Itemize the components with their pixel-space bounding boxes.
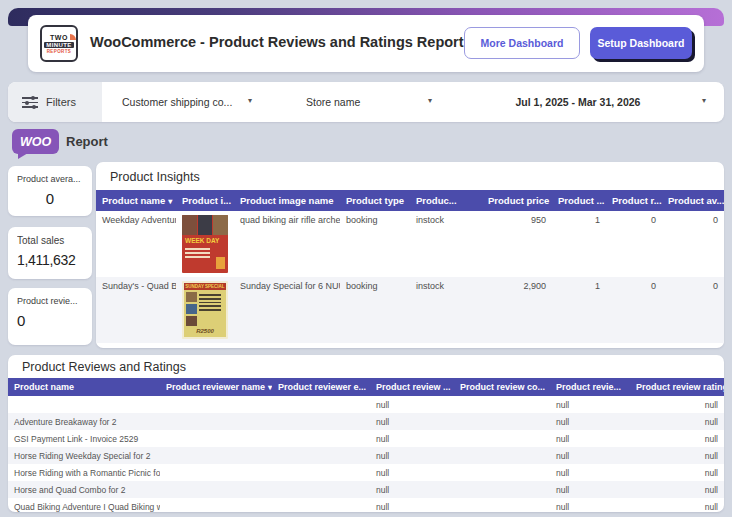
- table-header-row: Product name Product reviewer name▾ Prod…: [8, 378, 724, 396]
- logo-pie-icon: [70, 34, 76, 40]
- review-cell: null: [370, 430, 454, 447]
- date-range-dropdown[interactable]: Jul 1, 2025 - Mar 31, 2026: [478, 96, 678, 108]
- product-price-cell: 950: [482, 211, 552, 277]
- product-insights-table: Product name▾ Product i... Product image…: [96, 190, 724, 343]
- page-title: WooCommerce - Product Reviews and Rating…: [90, 34, 464, 50]
- review-cell: null: [370, 413, 454, 430]
- sort-icon: ▾: [268, 383, 272, 392]
- table-row: Adventure Breakaway for 2 null null null: [8, 413, 724, 430]
- kpi-label: Product revie...: [17, 296, 83, 306]
- review-date-cell: null: [550, 396, 630, 413]
- product-name-cell: Quad Biking Adventure I Quad Biking wit.…: [8, 498, 160, 512]
- product-price-cell: 2,900: [482, 277, 552, 343]
- review-date-cell: null: [550, 464, 630, 481]
- column-header-review-rating[interactable]: Product review rating: [630, 378, 724, 396]
- panel-title: Product Reviews and Ratings: [8, 355, 724, 378]
- column-header-product-image[interactable]: Product i...: [176, 190, 234, 211]
- review-rating-cell: null: [630, 396, 724, 413]
- column-header-reviewer-email[interactable]: Product reviewer e...: [272, 378, 370, 396]
- review-rating-cell: null: [630, 498, 724, 512]
- column-header-product-stock[interactable]: Produc...: [410, 190, 482, 211]
- logo-line-3: REPORTS: [47, 49, 72, 54]
- product-qty-cell: 1: [552, 277, 606, 343]
- review-rating-cell: null: [630, 447, 724, 464]
- review-rating-cell: null: [630, 430, 724, 447]
- column-header-product-name[interactable]: Product name: [8, 378, 160, 396]
- review-cell: null: [370, 396, 454, 413]
- customer-shipping-dropdown[interactable]: Customer shipping co...: [122, 96, 232, 108]
- table-row: Weekday Adventur... WEEK DAY quad biking…: [96, 211, 724, 277]
- review-cell: null: [370, 464, 454, 481]
- product-insights-panel: Product Insights Product name▾ Product i…: [96, 162, 724, 348]
- product-average-cell: 0: [662, 277, 724, 343]
- header-card: TWO MINUTE REPORTS WooCommerce - Product…: [28, 15, 704, 72]
- chevron-down-icon[interactable]: ▾: [248, 96, 252, 105]
- column-header-review[interactable]: Product review ...: [370, 378, 454, 396]
- kpi-value: 0: [17, 190, 83, 207]
- table-row: Horse Riding Weekday Special for 2 null …: [8, 447, 724, 464]
- column-header-review-date[interactable]: Product revie...: [550, 378, 630, 396]
- product-name-cell: Adventure Breakaway for 2: [8, 413, 160, 430]
- filters-button[interactable]: Filters: [8, 82, 102, 122]
- column-header-product-price[interactable]: Product price: [482, 190, 552, 211]
- product-type-cell: booking: [340, 277, 410, 343]
- product-qty-cell: 1: [552, 211, 606, 277]
- table-header-row: Product name▾ Product i... Product image…: [96, 190, 724, 211]
- product-name-cell: Sunday's - Quad Bi...: [96, 277, 176, 343]
- column-header-product-reviews[interactable]: Product r...: [606, 190, 662, 211]
- review-rating-cell: null: [630, 413, 724, 430]
- product-reviews-table: Product name Product reviewer name▾ Prod…: [8, 378, 724, 512]
- poster-text: SUNDAY SPECIAL: [184, 283, 226, 290]
- column-header-product-type[interactable]: Product type: [340, 190, 410, 211]
- filter-bar: Filters Customer shipping co... ▾ Store …: [8, 82, 724, 122]
- table-row: GSI Payment Link - Invoice 2529 null nul…: [8, 430, 724, 447]
- column-header-product-qty[interactable]: Product ...: [552, 190, 606, 211]
- product-type-cell: booking: [340, 211, 410, 277]
- product-image-cell: SUNDAY SPECIAL R2500: [176, 277, 234, 343]
- product-image-name-cell: quad biking air rifle archery ...: [234, 211, 340, 277]
- product-name-cell: Weekday Adventur...: [96, 211, 176, 277]
- product-reviews-cell: 0: [606, 277, 662, 343]
- column-header-reviewer-name[interactable]: Product reviewer name▾: [160, 378, 272, 396]
- kpi-label: Product avera...: [17, 174, 83, 184]
- column-header-product-image-name[interactable]: Product image name: [234, 190, 340, 211]
- column-header-product-average[interactable]: Product av...: [662, 190, 724, 211]
- panel-title: Product Insights: [96, 162, 724, 190]
- product-thumbnail-image: WEEK DAY: [182, 215, 228, 273]
- product-average-cell: 0: [662, 211, 724, 277]
- table-row: null null null: [8, 396, 724, 413]
- product-name-cell: Horse and Quad Combo for 2: [8, 481, 160, 498]
- product-stock-cell: instock: [410, 277, 482, 343]
- product-thumbnail-image: SUNDAY SPECIAL R2500: [182, 281, 228, 339]
- report-label: Report: [66, 134, 108, 149]
- review-rating-cell: null: [630, 464, 724, 481]
- product-name-cell: Horse Riding with a Romantic Picnic for …: [8, 464, 160, 481]
- table-row: Sunday's - Quad Bi... SUNDAY SPECIAL R25…: [96, 277, 724, 343]
- kpi-card-product-reviews: Product revie... 0: [8, 288, 92, 345]
- chevron-down-icon[interactable]: ▾: [702, 96, 706, 105]
- sort-icon: ▾: [168, 197, 172, 206]
- review-date-cell: null: [550, 481, 630, 498]
- setup-dashboard-button[interactable]: Setup Dashboard: [590, 27, 692, 59]
- review-date-cell: null: [550, 498, 630, 512]
- chevron-down-icon[interactable]: ▾: [428, 96, 432, 105]
- review-rating-cell: null: [630, 481, 724, 498]
- review-cell: null: [370, 481, 454, 498]
- product-name-cell: [8, 396, 160, 413]
- table-row: Quad Biking Adventure I Quad Biking wit.…: [8, 498, 724, 512]
- woo-logo: WOO: [12, 129, 59, 154]
- review-date-cell: null: [550, 430, 630, 447]
- more-dashboard-button[interactable]: More Dashboard: [464, 27, 580, 59]
- column-header-review-content[interactable]: Product review co...: [454, 378, 550, 396]
- table-row: Horse Riding with a Romantic Picnic for …: [8, 464, 724, 481]
- two-minute-reports-logo: TWO MINUTE REPORTS: [40, 25, 78, 62]
- report-badge: WOO Report: [12, 129, 108, 154]
- filter-sliders-icon: [22, 96, 38, 108]
- kpi-value: 0: [17, 312, 83, 329]
- product-reviews-panel: Product Reviews and Ratings Product name…: [8, 355, 724, 512]
- review-cell: null: [370, 447, 454, 464]
- filters-label: Filters: [46, 96, 76, 108]
- column-header-product-name[interactable]: Product name▾: [96, 190, 176, 211]
- store-name-dropdown[interactable]: Store name: [306, 96, 360, 108]
- logo-line-2: MINUTE: [44, 42, 73, 48]
